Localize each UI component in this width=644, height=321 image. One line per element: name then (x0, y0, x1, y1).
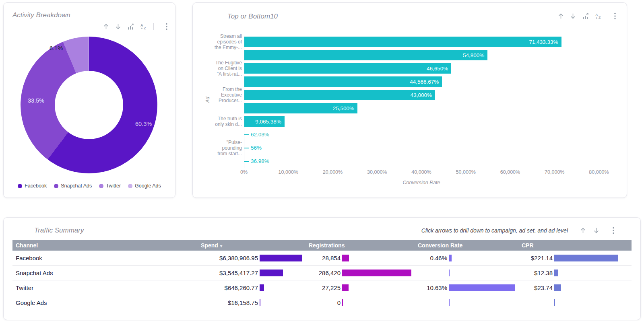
bar-value-label: 62.03% (251, 132, 269, 138)
column-header-channel[interactable]: Channel (12, 242, 194, 249)
move-down-icon[interactable] (570, 13, 576, 19)
spend-value: $6,380,906.95 (194, 255, 258, 261)
x-tick-label: 20,000% (323, 169, 343, 175)
toolbar-separator (153, 23, 154, 30)
menu-kebab-icon[interactable] (614, 12, 616, 20)
legend-item[interactable]: Twitter (99, 183, 121, 189)
bar-value-label: 43,000% (411, 92, 432, 98)
card-toolbar (580, 227, 615, 234)
column-header-registrations[interactable]: Registrations (306, 242, 413, 249)
bar[interactable]: 44,566.67% (244, 76, 442, 87)
bar-row: The truth isonly skin d...9,065.38% (244, 115, 599, 128)
channel-cell: Twitter (12, 284, 194, 291)
move-down-icon[interactable] (593, 227, 599, 234)
move-up-icon[interactable] (580, 227, 586, 234)
svg-text:Z: Z (144, 26, 146, 30)
registrations-value: 286,420 (306, 270, 341, 276)
registrations-bar (342, 284, 349, 291)
cpr-bar (554, 284, 561, 291)
legend-item[interactable]: Facebook (18, 183, 47, 189)
slice-label: 33.5% (28, 97, 44, 104)
slice-label: 6.1% (50, 45, 63, 51)
bar-value-label: 71,433.33% (529, 39, 558, 45)
legend-item[interactable]: Snapchat Ads (54, 183, 92, 189)
legend-label: Facebook (25, 183, 47, 189)
bar-row: 44,566.67% (244, 75, 599, 88)
category-label: The Fugitiveon Client is"A first-rat... (195, 60, 242, 77)
bar-row: "Pulse-poundingfrom start...56% (244, 141, 599, 154)
svg-text:A: A (140, 23, 143, 27)
spend-bar (260, 284, 264, 291)
move-down-icon[interactable] (115, 23, 121, 30)
card-title: Activity Breakdown (12, 11, 70, 19)
table-row[interactable]: Twitter$646,260.7727,22510.63%$23.74 (12, 280, 632, 295)
bar[interactable]: 54,800% (244, 50, 487, 60)
cpr-bar (554, 270, 558, 276)
column-header-conversion-rate[interactable]: Conversion Rate (413, 242, 520, 249)
x-tick-label: 30,000% (367, 169, 387, 175)
spend-bar (260, 255, 302, 261)
conversion-value: 10.63% (413, 284, 447, 291)
registrations-bar (342, 299, 343, 306)
activity-breakdown-card: Activity Breakdown AZ 60.3% 33.5% 6.1% F… (3, 2, 175, 198)
registrations-value: 0 (306, 299, 341, 306)
svg-text:A: A (595, 13, 598, 17)
top-or-bottom-card: Top or Bottom10 AZ Ad Stream allepisodes… (192, 2, 627, 198)
bar-value-label: 9,065.38% (255, 118, 281, 124)
bar-value-label: 46,650% (427, 65, 448, 71)
category-label: From theExecutiveProducer... (195, 86, 242, 103)
bar[interactable]: 46,650% (244, 63, 451, 74)
bar-row: Stream allepisodes ofthe Emmy-...71,433.… (244, 35, 599, 48)
card-toolbar: AZ (103, 23, 168, 30)
card-title: Top or Bottom10 (227, 12, 278, 21)
sort-az-icon[interactable]: AZ (140, 23, 147, 30)
chart-options-icon[interactable] (127, 23, 134, 30)
move-up-icon[interactable] (103, 23, 109, 30)
bar[interactable]: 25,500% (244, 103, 357, 113)
x-tick-label: 10,000% (279, 169, 298, 175)
bar[interactable] (244, 148, 249, 148)
registrations-value: 27,225 (306, 284, 341, 291)
x-axis-label: Conversion Rate (244, 180, 599, 185)
cpr-value: $221.14 (520, 255, 553, 261)
table-row[interactable]: Google Ads$16,158.750 (12, 295, 632, 310)
bar-row: 25,500% (244, 101, 599, 115)
table-row[interactable]: Snapchat Ads$3,545,417.27286,420$12.38 (12, 265, 632, 280)
legend-item[interactable]: Google Ads (128, 183, 161, 189)
menu-kebab-icon[interactable] (165, 23, 168, 30)
menu-kebab-icon[interactable] (612, 227, 615, 234)
x-tick-label: 80,000% (589, 169, 609, 175)
table-header-row: Channel Spend▾ Registrations Conversion … (12, 240, 632, 251)
legend-dot (99, 184, 103, 188)
bar[interactable] (244, 161, 249, 162)
bar[interactable]: 43,000% (244, 90, 435, 100)
chart-options-icon[interactable] (582, 13, 589, 20)
card-title: Traffic Summary (34, 226, 84, 235)
bar-value-label: 36.98% (251, 158, 269, 164)
channel-cell: Snapchat Ads (12, 270, 194, 276)
table-row[interactable]: Facebook$6,380,906.9528,8540.46%$221.14 (12, 251, 632, 265)
bar[interactable]: 9,065.38% (244, 116, 285, 127)
donut-chart[interactable] (21, 37, 157, 173)
column-header-cpr[interactable]: CPR (520, 242, 632, 249)
bar-row: The Fugitiveon Client is"A first-rat...4… (244, 62, 599, 75)
drilldown-hint: Click arrows to drill down to campaign, … (421, 227, 568, 234)
traffic-summary-card: Traffic Summary Click arrows to drill do… (3, 217, 641, 320)
legend-dot (54, 184, 58, 188)
conversion-value: 0.46% (413, 255, 447, 261)
bar-row: 62.03% (244, 128, 599, 141)
legend-label: Twitter (106, 183, 121, 189)
registrations-bar (342, 255, 349, 261)
bar[interactable]: 71,433.33% (244, 37, 561, 47)
x-tick-label: 40,000% (411, 169, 431, 175)
legend: FacebookSnapchat AdsTwitterGoogle Ads (4, 183, 175, 189)
column-header-spend[interactable]: Spend▾ (194, 242, 306, 249)
hbar-plot: Stream allepisodes ofthe Emmy-...71,433.… (244, 35, 599, 168)
conversion-bar (449, 270, 450, 276)
sort-az-icon[interactable]: AZ (595, 13, 602, 19)
conversion-bar (449, 255, 452, 261)
category-label: Stream allepisodes ofthe Emmy-... (195, 33, 242, 50)
table-body: Facebook$6,380,906.9528,8540.46%$221.14S… (12, 251, 632, 310)
bar[interactable] (244, 134, 249, 135)
move-up-icon[interactable] (558, 13, 564, 19)
